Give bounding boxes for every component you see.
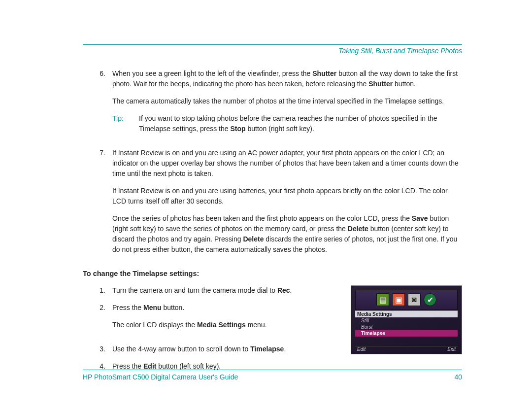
save-label: Save [412,214,428,222]
step-number: 7. [83,148,112,262]
text: Press the [112,304,143,311]
stop-label: Stop [230,125,245,133]
text: button. [393,80,416,88]
step-body: When you see a green light to the left o… [112,68,462,141]
chapter-title: Taking Still, Burst and Timelapse Photos [83,47,462,55]
step-number: 3. [83,344,112,354]
paragraph: If Instant Review is on and you are usin… [112,186,462,206]
text: . [284,345,286,353]
page-content: Taking Still, Burst and Timelapse Photos… [83,44,462,378]
edit-label: Edit [143,362,156,370]
step-number: 1. [83,285,112,296]
camera-icon: ◙ [408,293,421,306]
paragraph: When you see a green light to the left o… [112,68,462,89]
paragraph: The camera automatically takes the numbe… [112,96,462,106]
page-footer: HP PhotoSmart C500 Digital Camera User's… [83,370,462,381]
text: Use the 4-way arrow button to scroll dow… [112,345,250,353]
lcd-menu-items: StillBurstTimelapse [355,317,458,337]
lcd-menu-item: Timelapse [355,330,458,337]
document-icon: ▤ [376,293,389,306]
lcd-icon-bar: ▤ ▣ ◙ ✔ [355,290,458,309]
step-number: 6. [83,68,112,141]
step-6: 6. When you see a green light to the lef… [83,68,462,141]
step-body: Press the Menu button. The color LCD dis… [112,303,343,337]
page-number: 40 [454,373,462,381]
text: Press the [112,362,143,370]
two-column-layout: 1. Turn the camera on and turn the camer… [83,285,462,378]
lcd-menu-item: Burst [355,324,458,330]
tip-block: Tip: If you want to stop taking photos b… [112,113,462,134]
shutter-label: Shutter [368,80,393,88]
paragraph: The color LCD displays the Media Setting… [112,320,343,330]
shutter-label: Shutter [312,69,336,77]
footer-title: HP PhotoSmart C500 Digital Camera User's… [83,373,238,381]
lcd-menu-title: Media Settings [355,310,458,317]
section-title: To change the Timelapse settings: [83,270,462,277]
rec-label: Rec [277,286,290,294]
text: The color LCD displays the [112,321,197,329]
lcd-softkey-left: Edit [357,346,366,352]
tip-label: Tip: [112,113,139,134]
footer-rule [83,370,462,370]
step-body: Use the 4-way arrow button to scroll dow… [112,344,343,354]
timelapse-label: Timelapse [250,345,284,353]
lcd-softkeys: Edit Exit [355,346,458,352]
lcd-preview: ▤ ▣ ◙ ✔ Media Settings StillBurstTimelap… [351,285,462,354]
text: menu. [246,321,267,329]
text: button. [162,304,185,311]
footer-row: HP PhotoSmart C500 Digital Camera User's… [83,373,462,381]
note-icon: ▣ [392,293,405,306]
delete-label: Delete [243,235,264,243]
steps-column: 1. Turn the camera on and turn the camer… [83,285,343,378]
step-number: 2. [83,303,112,337]
text: button (left soft key). [156,362,221,370]
lcd-softkey-right: Exit [447,346,456,352]
media-settings-label: Media Settings [197,321,246,329]
step-body: If Instant Review is on and you are usin… [112,148,462,262]
step-body: Turn the camera on and turn the camera m… [112,285,343,296]
substep-2: 2. Press the Menu button. The color LCD … [83,303,343,337]
check-icon: ✔ [424,293,436,306]
header-rule [83,44,462,45]
substep-3: 3. Use the 4-way arrow button to scroll … [83,344,343,354]
substep-1: 1. Turn the camera on and turn the camer… [83,285,343,296]
text: . [290,286,292,294]
paragraph: Press the Menu button. [112,303,343,313]
text: button (right soft key). [246,125,314,133]
menu-label: Menu [143,304,162,311]
paragraph: If Instant Review is on and you are usin… [112,148,462,179]
text: Turn the camera on and turn the camera m… [112,286,277,294]
lcd-menu-item: Still [355,317,458,324]
step-7: 7. If Instant Review is on and you are u… [83,148,462,262]
paragraph: Once the series of photos has been taken… [112,213,462,255]
delete-label: Delete [348,225,368,233]
text: Once the series of photos has been taken… [112,214,412,222]
text: When you see a green light to the left o… [112,69,312,77]
tip-body: If you want to stop taking photos before… [139,113,462,134]
